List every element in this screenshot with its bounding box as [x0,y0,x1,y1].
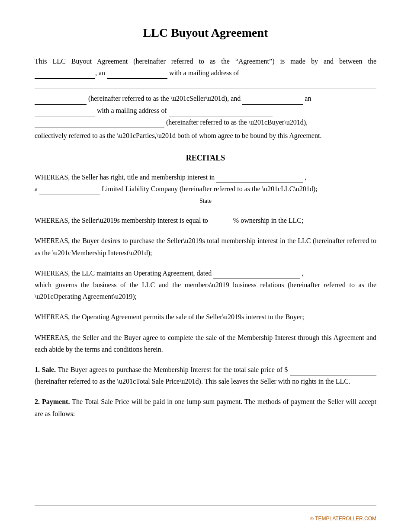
blank-sale-price[interactable] [290,368,376,375]
address-line-block [35,81,376,89]
recital6-text: WHEREAS, the Seller and the Buyer agree … [35,334,376,353]
section1-text-before: The Buyer agrees to purchase the Members… [58,366,288,373]
intro-paragraph: This LLC Buyout Agreement (hereinafter r… [35,55,376,79]
blank-seller-name[interactable] [35,97,87,105]
blank-buyer-address[interactable] [169,109,273,116]
blank-between-party1[interactable] [35,71,95,79]
collectively-paragraph: collectively referred to as the \u201cPa… [35,130,376,141]
section1-text-after: (hereinafter referred to as the \u201cTo… [35,378,350,385]
recital-5: WHEREAS, the Operating Agreement permits… [35,311,376,323]
document-page: LLC Buyout Agreement This LLC Buyout Agr… [0,0,411,532]
recitals-heading: RECITALS [35,154,376,163]
section-1: 1. Sale. The Buyer agrees to purchase th… [35,364,376,387]
buyer-hereinafter-line: (hereinafter referred to as the \u201cBu… [35,116,376,128]
seller-an-text: an [305,95,311,102]
recital-4: WHEREAS, the LLC maintains an Operating … [35,267,376,303]
document-title: LLC Buyout Agreement [35,26,376,40]
intro-mailing-text: with a mailing address of [169,69,239,77]
blank-buyer-type[interactable] [35,109,95,116]
recital-6: WHEREAS, the Seller and the Buyer agree … [35,332,376,355]
section1-number: 1. Sale. [35,366,56,373]
full-line-1 [35,81,376,89]
section-2: 2. Payment. The Total Sale Price will be… [35,396,376,419]
blank-buyer-address2[interactable] [35,120,164,128]
buyer-hereinafter-text: (hereinafter referred to as the \u201cBu… [166,119,308,126]
collectively-text: collectively referred to as the \u201cPa… [35,132,321,139]
recital1-comma: , [305,173,306,181]
intro-line1-text: This LLC Buyout Agreement (hereinafter r… [35,58,376,65]
blank-buyer-name[interactable] [242,97,303,105]
recital4-text-before: WHEREAS, the LLC maintains an Operating … [35,269,213,277]
recital-3: WHEREAS, the Buyer desires to purchase t… [35,235,376,258]
intro-an-text: , an [95,69,107,77]
blank-agreement-date[interactable] [213,271,300,279]
footer: © TEMPLATEROLLER.COM [310,516,376,522]
recital1-text-after: Limited Liability Company (hereinafter r… [102,185,318,192]
recital2-text-after: % ownership in the LLC; [233,217,304,224]
seller-hereinafter-text: (hereinafter referred to as the \u201cSe… [88,95,242,102]
recital-2: WHEREAS, the Seller\u2019s membership in… [35,215,376,226]
recital5-text: WHEREAS, the Operating Agreement permits… [35,313,304,320]
recital1-a: a [35,185,39,192]
blank-state[interactable] [39,187,100,195]
state-label: State [35,196,376,206]
section2-text: The Total Sale Price will be paid in one… [35,398,376,417]
recital4-text-after: which governs the business of the LLC an… [35,281,376,300]
recital2-text: WHEREAS, the Seller\u2019s membership in… [35,217,210,224]
buyer-mailing-text: with a mailing address of [97,107,169,114]
recital1-text-before: WHEREAS, the Seller has right, title and… [35,173,216,181]
recital-1: WHEREAS, the Seller has right, title and… [35,171,376,206]
blank-party1-type[interactable] [107,71,167,79]
copyright-symbol: © [310,516,314,521]
buyer-mailing-line: with a mailing address of [35,105,376,116]
section2-number: 2. Payment. [35,398,70,405]
recital4-comma: , [302,269,303,277]
recital3-text: WHEREAS, the Buyer desires to purchase t… [35,237,376,256]
seller-line: (hereinafter referred to as the \u201cSe… [35,93,376,104]
blank-ownership-percent[interactable] [210,218,231,226]
bottom-separator-line [35,506,376,506]
footer-text: TEMPLATEROLLER.COM [315,516,376,522]
blank-llc-name[interactable] [216,175,303,183]
